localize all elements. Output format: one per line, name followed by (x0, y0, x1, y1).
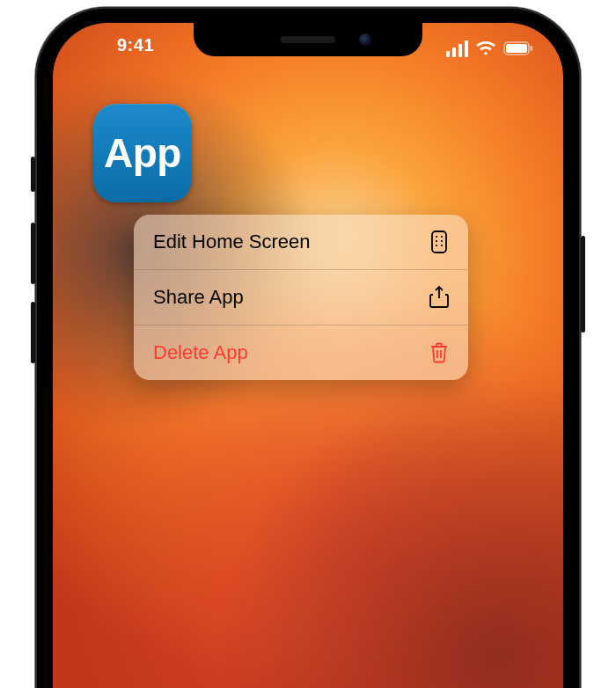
svg-rect-1 (506, 44, 527, 53)
share-icon (428, 286, 451, 309)
side-power-button[interactable] (581, 236, 585, 333)
svg-point-9 (441, 245, 443, 246)
screen: 9:41 (53, 23, 563, 688)
menu-item-delete-app[interactable]: Delete App (134, 326, 468, 380)
status-indicators (446, 35, 534, 62)
apps-grid-icon (428, 231, 451, 253)
iphone-device-frame: 9:41 (35, 7, 581, 688)
menu-item-share-app[interactable]: Share App (134, 270, 468, 326)
svg-rect-2 (531, 46, 533, 51)
app-context-menu: Edit Home Screen Share App (134, 215, 468, 380)
menu-item-label: Share App (153, 286, 244, 309)
cellular-signal-icon (446, 40, 469, 57)
svg-rect-3 (432, 231, 446, 253)
status-time: 9:41 (83, 35, 188, 62)
volume-down-button[interactable] (31, 302, 35, 363)
svg-point-7 (441, 240, 443, 242)
svg-point-8 (436, 245, 437, 246)
volume-up-button[interactable] (31, 223, 35, 284)
trash-icon (428, 342, 451, 363)
battery-icon (503, 41, 533, 55)
app-icon-label: App (104, 129, 181, 177)
menu-item-label: Edit Home Screen (153, 231, 311, 253)
mute-switch[interactable] (31, 157, 35, 192)
svg-point-6 (436, 240, 437, 242)
app-icon[interactable]: App (93, 104, 192, 202)
svg-point-5 (441, 236, 443, 238)
menu-item-label: Delete App (153, 341, 248, 364)
wifi-icon (475, 40, 496, 56)
menu-item-edit-home-screen[interactable]: Edit Home Screen (134, 215, 468, 270)
svg-point-4 (436, 236, 437, 238)
status-bar: 9:41 (53, 35, 563, 62)
